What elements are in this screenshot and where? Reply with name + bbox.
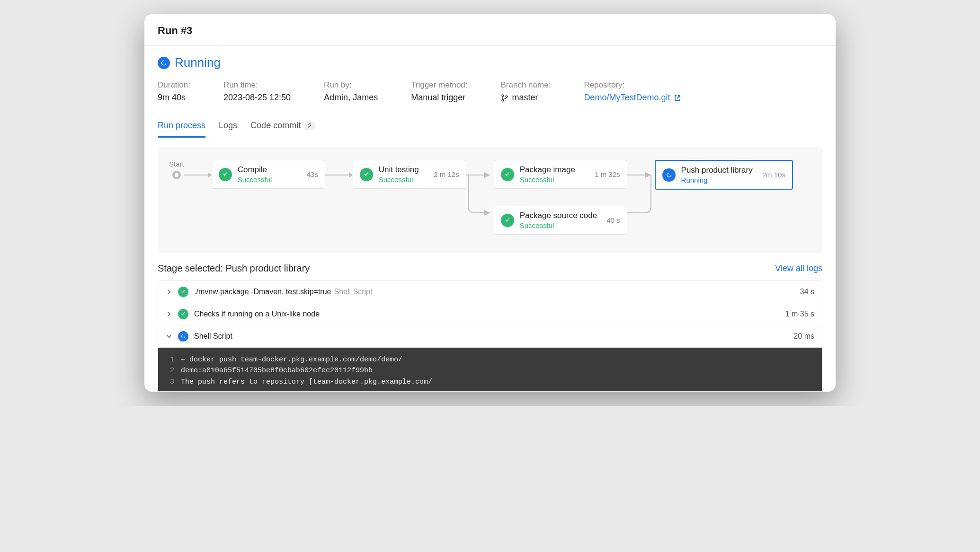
meta-label: Trigger method: <box>411 80 467 90</box>
running-icon <box>178 331 188 342</box>
stage-name: Package image <box>520 165 586 175</box>
stage-time: 2 m 12s <box>434 170 459 178</box>
stage-status: Successful <box>379 175 425 184</box>
log-time: 34 s <box>800 288 814 296</box>
meta-value: 2023-08-25 12:50 <box>223 93 291 103</box>
log-row-unix-check[interactable]: Checks if running on a Unix-like node 1 … <box>158 303 822 325</box>
meta-value: master <box>501 93 551 103</box>
arrow-icon <box>184 166 212 184</box>
header: Run #3 <box>144 14 836 46</box>
stage-time: 2m 10s <box>762 171 785 179</box>
chevron-right-icon <box>166 311 172 317</box>
stage-push-product-library[interactable]: Push product library Running 2m 10s <box>655 160 793 190</box>
stage-time: 1 m 32s <box>595 170 620 178</box>
stage-package-image[interactable]: Package image Successful 1 m 32s <box>494 160 627 189</box>
view-all-logs-link[interactable]: View all logs <box>775 263 822 273</box>
tab-logs[interactable]: Logs <box>219 116 237 138</box>
meta-repository: Repository: Demo/MyTestDemo.git <box>584 80 681 103</box>
stage-selected-header: Stage selected: Push product library Vie… <box>144 253 836 280</box>
meta-runby: Run by: Admin, James <box>324 80 378 103</box>
stage-selected-title: Stage selected: Push product library <box>158 263 310 274</box>
repository-name: Demo/MyTestDemo.git <box>584 93 670 103</box>
branch-icon <box>501 94 508 102</box>
log-time: 1 m 35 s <box>785 310 814 318</box>
svg-point-1 <box>502 99 504 101</box>
meta-runtime: Run time: 2023-08-25 12:50 <box>223 80 291 103</box>
log-time: 20 ms <box>793 332 814 341</box>
stage-compile[interactable]: Compile Successful 43s <box>212 160 325 189</box>
log-text: Shell Script <box>194 332 232 341</box>
log-list: ./mvnw package -Dmaven. test.skip=trueSh… <box>158 280 822 392</box>
status-row: Running <box>158 55 822 70</box>
stage-time: 43s <box>307 170 318 178</box>
line-number: 1 <box>166 354 174 365</box>
check-circle-icon <box>501 168 514 181</box>
check-circle-icon <box>501 214 514 227</box>
stage-name: Compile <box>238 165 297 175</box>
check-circle-icon <box>219 168 232 181</box>
meta-value: 9m 40s <box>158 93 190 103</box>
stage-status: Successful <box>238 175 297 184</box>
meta-label: Repository: <box>584 80 681 90</box>
meta-value: Admin, James <box>324 93 378 103</box>
svg-point-2 <box>506 96 508 97</box>
chevron-down-icon <box>166 333 172 340</box>
running-icon <box>662 168 676 182</box>
stage-unit-testing[interactable]: Unit testing Successful 2 m 12s <box>353 160 466 189</box>
connector-icon <box>466 168 494 220</box>
stage-name: Unit testing <box>379 165 425 175</box>
meta-value: Manual trigger <box>411 93 467 103</box>
external-link-icon <box>674 94 681 102</box>
log-text: ./mvnw package -Dmaven. test.skip=trueSh… <box>194 288 372 296</box>
run-window: Run #3 Running Duration: 9m 40s Run time… <box>144 14 836 392</box>
meta-branch: Branch name: master <box>501 80 551 103</box>
stage-name: Package source code <box>520 211 597 220</box>
tab-code-commit[interactable]: Code commit 2 <box>250 116 315 138</box>
terminal-line: + docker push team-docker.pkg.example.co… <box>181 354 402 365</box>
stage-name: Push product library <box>681 166 753 175</box>
stage-time: 40 s <box>606 216 620 224</box>
start-label: Start <box>169 160 184 168</box>
tab-label: Logs <box>219 121 237 131</box>
meta-label: Duration: <box>158 80 190 90</box>
terminal-output: 1+ docker push team-docker.pkg.example.c… <box>158 348 822 391</box>
stage-package-source[interactable]: Package source code Successful 40 s <box>494 206 627 235</box>
log-row-mvnw[interactable]: ./mvnw package -Dmaven. test.skip=trueSh… <box>158 281 822 303</box>
meta-label: Run time: <box>223 80 291 90</box>
tabs: Run process Logs Code commit 2 <box>144 116 836 138</box>
svg-point-0 <box>502 95 504 96</box>
start-dot-icon <box>172 171 181 179</box>
meta-row: Duration: 9m 40s Run time: 2023-08-25 12… <box>158 80 822 103</box>
tab-label: Run process <box>158 121 205 131</box>
commit-count-badge: 2 <box>304 122 315 130</box>
stage-status: Successful <box>520 221 597 229</box>
page-title: Run #3 <box>158 25 822 37</box>
log-text: Checks if running on a Unix-like node <box>194 310 320 318</box>
meta-label: Branch name: <box>501 80 551 90</box>
status-section: Running Duration: 9m 40s Run time: 2023-… <box>144 46 836 103</box>
check-circle-icon <box>178 287 188 297</box>
arrow-icon <box>325 166 353 184</box>
meta-trigger: Trigger method: Manual trigger <box>411 80 467 103</box>
meta-duration: Duration: 9m 40s <box>158 80 190 103</box>
stage-status: Successful <box>520 175 586 184</box>
line-number: 3 <box>166 377 174 387</box>
chevron-right-icon <box>166 289 172 295</box>
terminal-line: demo:a010a65f514705be8f0cbab602efec20112… <box>181 365 373 376</box>
check-circle-icon <box>360 168 373 181</box>
terminal-line: The push refers to repository [team-dock… <box>181 377 432 387</box>
pipeline-start: Start <box>169 160 184 179</box>
stage-status: Running <box>681 176 753 184</box>
branch-name: master <box>512 93 538 103</box>
line-number: 2 <box>166 365 174 376</box>
pipeline-canvas: Start Compile Successful 43s Unit testin… <box>158 147 822 253</box>
tab-run-process[interactable]: Run process <box>158 116 205 138</box>
tab-label: Code commit <box>250 121 301 131</box>
meta-label: Run by: <box>324 80 378 90</box>
status-label: Running <box>175 55 221 70</box>
log-row-shell-script[interactable]: Shell Script 20 ms <box>158 325 822 348</box>
repository-link[interactable]: Demo/MyTestDemo.git <box>584 93 681 103</box>
check-circle-icon <box>178 309 188 319</box>
running-icon <box>158 57 170 69</box>
connector-icon <box>627 168 655 220</box>
